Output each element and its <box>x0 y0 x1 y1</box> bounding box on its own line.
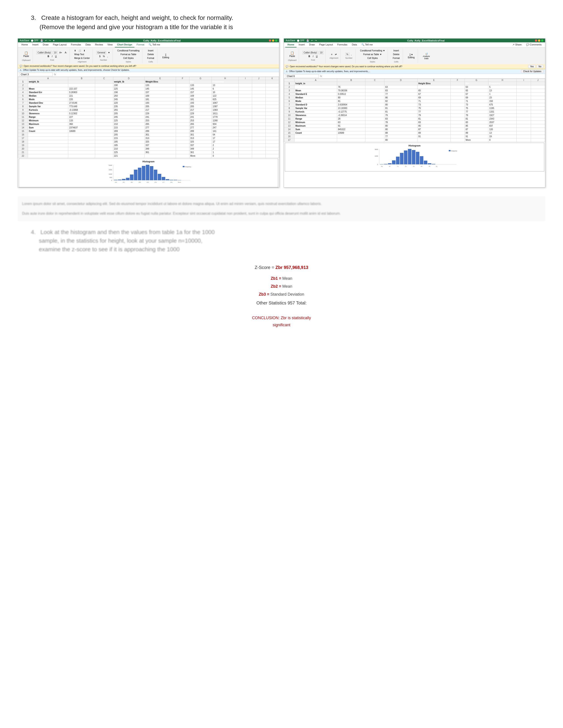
rcell-h12[interactable]: 2037 <box>488 121 516 124</box>
tab-draw-right[interactable]: Draw <box>307 42 317 47</box>
cell-j5[interactable] <box>252 94 265 98</box>
cell-f3[interactable] <box>176 87 189 91</box>
cell-b7[interactable]: 27.8146 <box>68 101 95 105</box>
rcell-f13[interactable] <box>450 124 465 128</box>
format-cells-btn[interactable]: Format <box>146 56 155 60</box>
rcell-d13[interactable]: 80 <box>384 124 417 128</box>
cell-d10[interactable]: 205 <box>113 112 144 115</box>
cell-j4[interactable] <box>252 91 265 94</box>
cell-i22[interactable] <box>239 154 252 158</box>
cell-b9[interactable]: -0.13068 <box>68 108 95 112</box>
rcell-d17[interactable]: 80 <box>384 138 417 142</box>
rcell-b17[interactable] <box>337 138 365 142</box>
rcell-f7[interactable] <box>450 103 465 107</box>
rcell-c1[interactable] <box>366 82 384 85</box>
rcell-i10[interactable] <box>517 114 531 117</box>
rcell-e12[interactable]: 83 <box>417 121 450 124</box>
percent-btn[interactable]: % <box>102 55 106 58</box>
rcell-j4[interactable] <box>531 92 545 96</box>
rcell-j12[interactable] <box>531 121 545 124</box>
font-name[interactable]: Calibri (Body) <box>36 51 52 54</box>
rcell-b8[interactable]: 13.18383 <box>337 107 365 110</box>
rcell-h10[interactable]: 1927 <box>488 114 516 117</box>
cell-g4[interactable]: 157 <box>189 91 212 94</box>
rcell-h4[interactable]: 1 <box>488 92 516 96</box>
cell-a7[interactable]: Standard Dev <box>28 101 68 105</box>
rcell-b11[interactable]: 28 <box>337 117 365 121</box>
cell-e1[interactable]: Weight Bins <box>144 80 176 84</box>
col-header-i-right[interactable]: I <box>517 79 531 82</box>
rcell-d14[interactable]: 80 <box>384 128 417 131</box>
cell-b8[interactable]: 773.649 <box>68 105 95 108</box>
cell-a15[interactable]: Count <box>28 129 68 133</box>
cell-c8[interactable] <box>95 105 113 108</box>
cell-c18[interactable] <box>95 140 113 144</box>
rcell-e10[interactable]: 79 <box>417 114 450 117</box>
cell-h7[interactable]: 1067 <box>212 101 239 105</box>
rcell-e2[interactable] <box>417 85 450 89</box>
cell-f14[interactable] <box>176 126 189 129</box>
cell-h8[interactable]: 1387 <box>212 105 239 108</box>
cell-j11[interactable] <box>252 115 265 119</box>
font-size[interactable]: 10 <box>53 51 58 54</box>
cell-e18[interactable]: 325 <box>144 140 176 144</box>
cell-h3[interactable]: 6 <box>212 87 239 91</box>
tab-tellme-right[interactable]: 🔍 Tell me <box>359 42 375 47</box>
cell-j2[interactable] <box>252 84 265 87</box>
cell-d4[interactable]: 196 <box>113 91 144 94</box>
cell-d20[interactable]: 210 <box>113 147 144 151</box>
rcell-e17[interactable] <box>417 138 450 142</box>
editing-right[interactable]: ∑▼ Editing <box>407 53 416 60</box>
col-header-j-left[interactable]: J <box>252 77 265 80</box>
rcell-f9[interactable] <box>450 110 465 114</box>
format-table-btn[interactable]: Format as Table <box>120 53 137 56</box>
cell-a11[interactable]: Range <box>28 115 68 119</box>
rcell-j14[interactable] <box>531 128 545 131</box>
format-right[interactable]: Format <box>392 56 401 60</box>
notif-yes-btn[interactable]: Yes <box>528 65 536 68</box>
cell-h16[interactable]: 54 <box>212 133 239 137</box>
rcell-c6[interactable] <box>366 99 384 103</box>
cell-f19[interactable] <box>176 144 189 147</box>
qs-more-left[interactable]: ▼ <box>53 39 55 42</box>
cell-b10[interactable]: 0.12302 <box>68 112 95 115</box>
rcell-b6[interactable]: 81 <box>337 99 365 103</box>
rcell-j7[interactable] <box>531 103 545 107</box>
cell-i16[interactable] <box>239 133 252 137</box>
cell-a8[interactable]: Sample Var <box>28 105 68 108</box>
cell-b13[interactable]: 360 <box>68 122 95 126</box>
cell-a12[interactable]: Minimum <box>28 119 68 122</box>
col-header-d-left[interactable]: D <box>113 77 144 80</box>
cell-j19[interactable] <box>252 144 265 147</box>
rcell-b15[interactable]: 10689 <box>337 131 365 135</box>
rcell-a7[interactable]: Standard D <box>295 103 337 107</box>
rcell-j16[interactable] <box>531 135 545 138</box>
rcell-i16[interactable] <box>517 135 531 138</box>
comma-btn[interactable]: , <box>106 55 109 58</box>
rcell-f10[interactable] <box>450 114 465 117</box>
cell-e5[interactable]: 169 <box>144 94 176 98</box>
rcell-i12[interactable] <box>517 121 531 124</box>
cell-e14[interactable]: 277 <box>144 126 176 129</box>
cell-f9[interactable] <box>176 108 189 112</box>
minimize-icon-right[interactable] <box>538 39 540 42</box>
cell-k18[interactable] <box>265 140 279 144</box>
cell-i20[interactable] <box>239 147 252 151</box>
cell-e10[interactable]: 229 <box>144 112 176 115</box>
qs-redo-left[interactable]: ↪ <box>49 39 51 42</box>
analyze-btn[interactable]: 📊 AnalyzeData <box>422 51 431 60</box>
cell-h11[interactable]: 1770 <box>212 115 239 119</box>
cell-d8[interactable]: 235 <box>113 105 144 108</box>
cell-h21[interactable]: 1 <box>212 151 239 154</box>
cell-f11[interactable] <box>176 115 189 119</box>
cell-k15[interactable] <box>265 129 279 133</box>
col-header-d-right[interactable]: D <box>384 79 417 82</box>
minimize-icon[interactable] <box>272 39 274 42</box>
cell-g2[interactable]: 133 <box>189 84 212 87</box>
rcell-e11[interactable]: 81 <box>417 117 450 121</box>
rcell-e8[interactable]: 75 <box>417 107 450 110</box>
rcell-b16[interactable] <box>337 135 365 138</box>
rcell-b10[interactable]: -0.39314 <box>337 114 365 117</box>
cell-g1[interactable]: Bin <box>189 80 212 84</box>
cell-g6[interactable]: 181 <box>189 98 212 101</box>
